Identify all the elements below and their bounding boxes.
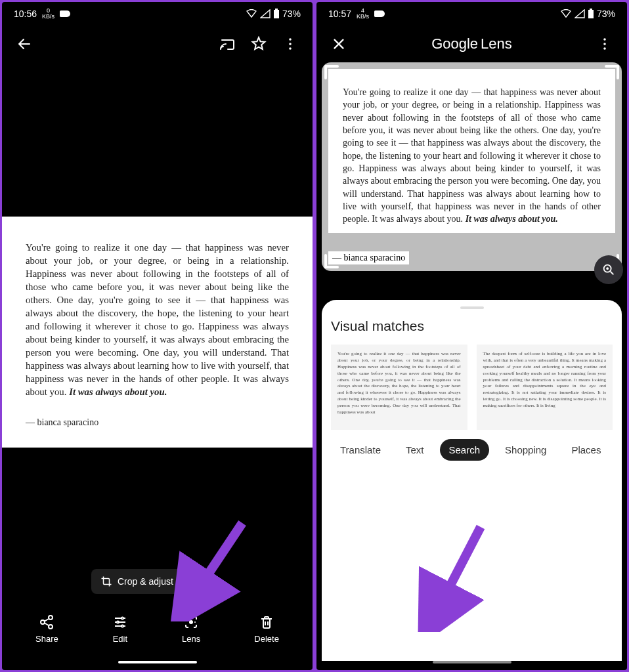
- photo-content: You're going to realize it one day — tha…: [2, 217, 313, 448]
- match-card[interactable]: The deepest form of self-care is buildin…: [477, 345, 613, 430]
- status-network-speed: 4KB/s: [357, 8, 369, 20]
- photos-app-screen: 10:56 0KB/s 73% You're: [2, 2, 313, 670]
- svg-point-20: [606, 268, 609, 270]
- svg-point-7: [49, 625, 53, 629]
- battery-icon: [588, 9, 594, 19]
- crop-adjust-tooltip[interactable]: Crop & adjust: [91, 569, 183, 594]
- more-options-button[interactable]: [277, 31, 303, 57]
- sliders-icon: [112, 614, 128, 630]
- svg-point-12: [194, 621, 196, 623]
- svg-point-6: [41, 620, 45, 624]
- crop-icon: [100, 576, 112, 587]
- match-cards-row: You're going to realize it one day — tha…: [331, 345, 613, 430]
- svg-point-10: [121, 625, 123, 627]
- status-time: 10:57: [328, 9, 351, 19]
- photo-viewport[interactable]: You're going to realize it one day — tha…: [2, 62, 313, 602]
- android-nav-bar[interactable]: [2, 661, 313, 670]
- more-options-button[interactable]: [592, 31, 618, 57]
- signal-icon: [575, 9, 585, 18]
- svg-point-17: [603, 43, 606, 45]
- svg-point-3: [289, 43, 292, 45]
- photos-bottom-bar: Share Edit Lens Delete: [2, 602, 313, 661]
- lens-app-screen: 10:57 4KB/s 73% Google Lens: [316, 2, 627, 670]
- trash-icon: [259, 614, 274, 630]
- match-card[interactable]: You're going to realize it one day — tha…: [331, 345, 467, 430]
- svg-point-18: [603, 47, 606, 50]
- svg-point-8: [121, 617, 123, 619]
- status-battery-percent: 73%: [597, 9, 615, 19]
- delete-button[interactable]: Delete: [246, 612, 287, 646]
- quote-text: You're going to realize it one day — tha…: [26, 242, 289, 399]
- svg-point-11: [189, 620, 193, 624]
- photos-app-bar: [2, 26, 313, 62]
- tab-text[interactable]: Text: [397, 439, 433, 461]
- lens-button[interactable]: Lens: [174, 612, 208, 646]
- status-network-speed: 0KB/s: [42, 8, 54, 20]
- tab-places[interactable]: Places: [562, 439, 610, 461]
- signal-icon: [260, 9, 271, 18]
- cast-button[interactable]: [214, 31, 240, 57]
- delete-label: Delete: [254, 634, 279, 644]
- search-image-icon: [601, 262, 616, 277]
- svg-point-16: [603, 38, 606, 41]
- svg-rect-14: [588, 10, 594, 18]
- results-sheet[interactable]: Visual matches You're going to realize i…: [322, 300, 622, 661]
- tab-translate[interactable]: Translate: [331, 439, 390, 461]
- lens-title: Google Lens: [357, 35, 586, 52]
- lens-mode-tabs: Translate Text Search Shopping Places: [331, 430, 613, 467]
- reverse-image-search-button[interactable]: [594, 255, 623, 284]
- tab-shopping[interactable]: Shopping: [496, 439, 555, 461]
- crop-adjust-label: Crop & adjust: [118, 576, 173, 587]
- lens-label: Lens: [182, 634, 200, 644]
- quote-author: — bianca sparacino: [26, 417, 289, 428]
- status-app-icon: [60, 10, 70, 17]
- edit-button[interactable]: Edit: [104, 612, 136, 646]
- status-app-icon: [374, 10, 385, 17]
- android-nav-bar[interactable]: [316, 661, 627, 670]
- visual-matches-title: Visual matches: [331, 318, 613, 334]
- status-bar: 10:56 0KB/s 73%: [2, 2, 313, 26]
- status-time: 10:56: [14, 9, 37, 19]
- svg-rect-1: [275, 9, 278, 10]
- edit-label: Edit: [113, 634, 127, 644]
- svg-point-4: [289, 47, 292, 50]
- back-button[interactable]: [11, 31, 37, 57]
- svg-rect-15: [590, 9, 592, 10]
- share-label: Share: [35, 634, 58, 644]
- wifi-icon: [246, 9, 257, 18]
- lens-icon: [183, 614, 199, 630]
- lens-app-bar: Google Lens: [316, 26, 627, 62]
- status-bar: 10:57 4KB/s 73%: [316, 2, 627, 26]
- svg-point-5: [49, 616, 53, 620]
- svg-point-9: [117, 621, 119, 623]
- status-battery-percent: 73%: [282, 9, 301, 19]
- lens-crop-viewport[interactable]: You're going to realize it one day — tha…: [322, 62, 622, 271]
- svg-rect-0: [274, 10, 279, 18]
- wifi-icon: [560, 9, 572, 18]
- favorite-button[interactable]: [246, 31, 272, 57]
- crop-handles[interactable]: [324, 65, 619, 268]
- share-button[interactable]: Share: [28, 612, 66, 646]
- battery-icon: [273, 9, 280, 19]
- close-button[interactable]: [326, 31, 352, 57]
- share-icon: [39, 614, 54, 630]
- tab-search[interactable]: Search: [440, 439, 490, 461]
- sheet-drag-handle[interactable]: [460, 306, 484, 309]
- svg-point-2: [289, 38, 292, 41]
